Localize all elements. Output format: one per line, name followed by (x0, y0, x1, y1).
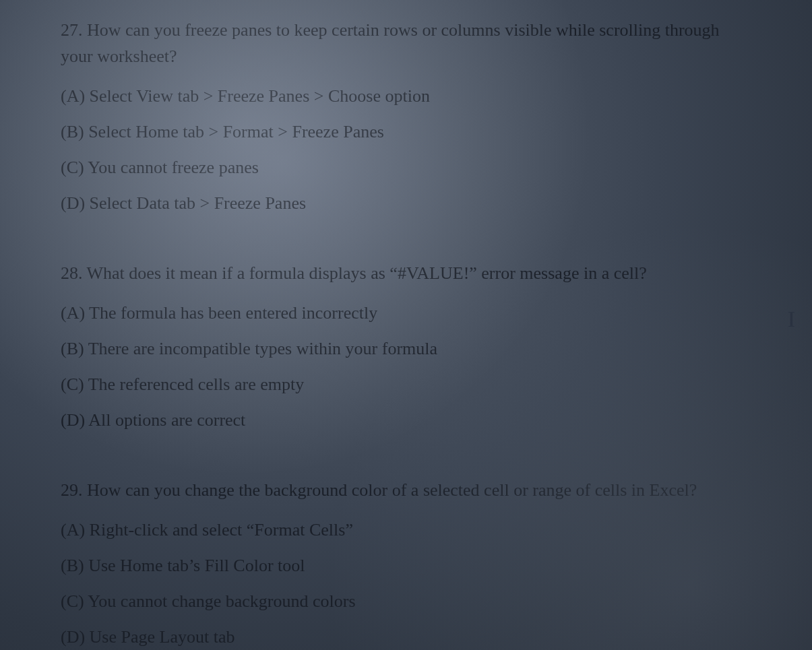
question-27-number: 27. (61, 20, 83, 40)
question-27-option-a: (A) Select View tab > Freeze Panes > Cho… (61, 83, 751, 109)
question-27-option-c: (C) You cannot freeze panes (61, 154, 751, 181)
text-cursor-icon: I (788, 306, 795, 332)
question-27-option-b: (B) Select Home tab > Format > Freeze Pa… (61, 119, 751, 145)
question-29-option-a: (A) Right-click and select “Format Cells… (61, 517, 751, 543)
question-27-body: How can you freeze panes to keep certain… (61, 20, 720, 66)
question-29-body: How can you change the background color … (87, 480, 697, 500)
question-28-option-a: (A) The formula has been entered incorre… (61, 300, 751, 326)
question-28-text: 28. What does it mean if a formula displ… (61, 260, 751, 286)
question-28-option-c: (C) The referenced cells are empty (61, 371, 751, 397)
question-27-option-d: (D) Select Data tab > Freeze Panes (61, 190, 751, 216)
question-28-body: What does it mean if a formula displays … (87, 263, 647, 283)
question-28-option-b: (B) There are incompatible types within … (61, 335, 751, 362)
question-27: 27. How can you freeze panes to keep cer… (61, 17, 751, 216)
question-29: 29. How can you change the background co… (61, 477, 751, 650)
question-29-option-d: (D) Use Page Layout tab (61, 624, 751, 650)
question-29-text: 29. How can you change the background co… (61, 477, 751, 503)
question-28: 28. What does it mean if a formula displ… (61, 260, 751, 433)
question-29-option-c: (C) You cannot change background colors (61, 588, 751, 614)
question-28-option-d: (D) All options are correct (61, 407, 751, 433)
question-29-number: 29. (61, 480, 83, 500)
question-28-number: 28. (61, 263, 83, 283)
question-29-option-b: (B) Use Home tab’s Fill Color tool (61, 552, 751, 579)
question-27-text: 27. How can you freeze panes to keep cer… (61, 17, 751, 69)
